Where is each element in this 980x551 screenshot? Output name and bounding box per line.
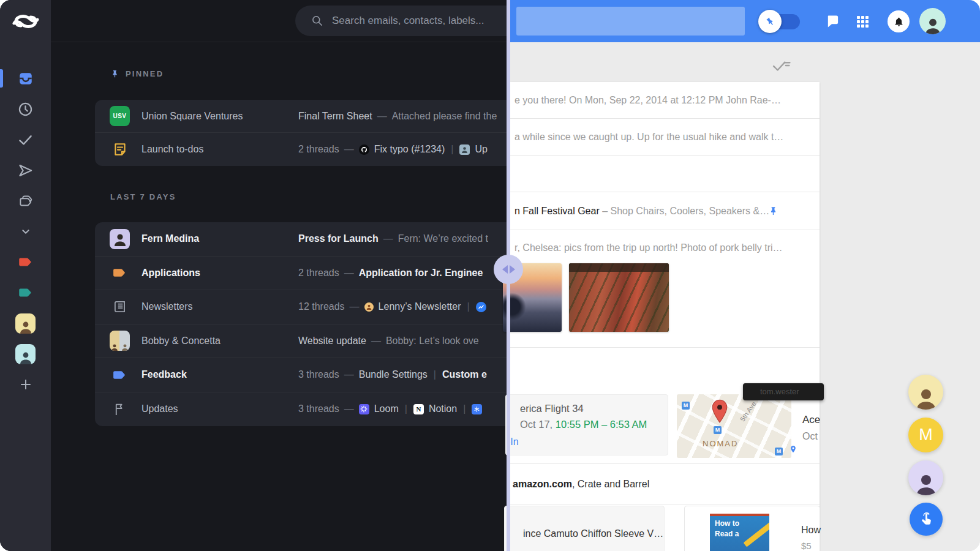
preview: 3 threads — Bundle Settings | Custom e (298, 369, 487, 380)
loom-icon (359, 404, 369, 414)
contact-avatar-young-man[interactable] (13, 342, 38, 366)
metro-marker: M (775, 448, 783, 455)
sender-name: Bobby & Concetta (141, 335, 298, 347)
notion-icon: N (413, 404, 424, 414)
sender-name: Launch to-dos (141, 144, 298, 155)
list-item-fern[interactable]: Fern Medina Press for Launch — Fern: We’… (95, 222, 509, 257)
gmail-header (510, 0, 980, 42)
list-item-bobby-concetta[interactable]: Bobby & Concetta Website update — Bobby:… (95, 324, 509, 359)
metro-marker: M (682, 402, 690, 410)
contact-avatar-bearded-man[interactable] (13, 311, 38, 335)
sender-name: Updates (141, 403, 298, 414)
superhuman-pane: Search emails, contacts, labels... (0, 0, 509, 551)
sent-icon[interactable] (13, 158, 38, 182)
sender-name: Fern Medina (141, 233, 298, 244)
metro-marker: M (714, 426, 722, 434)
note-icon (110, 140, 130, 160)
list-item-feedback[interactable]: Feedback 3 threads — Bundle Settings | C… (95, 358, 509, 392)
add-split-icon[interactable] (13, 372, 38, 397)
gmail-user-avatar[interactable] (919, 8, 946, 34)
list-item-launch-todos[interactable]: Launch to-dos 2 threads — Fix typo (#123… (95, 133, 509, 166)
hotel-name: Ace (802, 414, 820, 426)
map-street-label: 5th Ave (739, 400, 758, 423)
email-row-fall-festival[interactable]: n Fall Festival Gear – Shop Chairs, Cool… (510, 192, 820, 230)
flight-title: erica Flight 34 (520, 403, 668, 414)
inbox-icon[interactable] (13, 66, 38, 91)
email-list-card: e you there! On Mon, Sep 22, 2014 at 12:… (510, 82, 820, 551)
map-card[interactable]: 5th Ave NOMAD M M M (677, 394, 791, 458)
snooze-clock-icon[interactable] (13, 97, 38, 121)
product-price: $5 (801, 541, 812, 551)
apps-grid-icon[interactable] (857, 16, 869, 28)
red-label-icon[interactable] (13, 250, 38, 274)
email-row[interactable]: e you there! On Mon, Sep 22, 2014 at 12:… (510, 82, 820, 119)
gmail-search-input[interactable] (516, 7, 745, 36)
pin-toggle-knob[interactable] (758, 10, 782, 33)
left-rail (0, 0, 51, 551)
hangouts-icon[interactable] (825, 14, 840, 28)
done-check-icon[interactable] (13, 127, 38, 152)
orange-label-icon (110, 263, 130, 283)
list-item-applications[interactable]: Applications 2 threads — Application for… (95, 257, 509, 291)
bell-icon (894, 17, 904, 27)
list-item-newsletters[interactable]: Newsletters 12 threads — Lenny’s Newslet… (95, 290, 509, 324)
chevron-down-icon[interactable] (13, 219, 38, 244)
flight-card[interactable]: erica Flight 34 Oct 17, 10:55 PM – 6:53 … (505, 394, 668, 455)
product-title: How (801, 525, 821, 536)
preview: 12 threads — Lenny’s Newsletter | (298, 301, 486, 312)
pinned-email-icon[interactable] (768, 205, 778, 217)
floating-contact-initial[interactable]: M (908, 418, 943, 452)
floating-contact-avatar-1[interactable] (908, 375, 943, 410)
sender-name: Feedback (141, 369, 298, 380)
sweep-done-icon[interactable] (772, 58, 791, 73)
location-pin-icon (789, 444, 797, 454)
flight-date: Oct 17, (520, 419, 556, 430)
search-placeholder: Search emails, contacts, labels... (332, 15, 484, 27)
email-row[interactable]: a while since we caught up. Up for the u… (510, 119, 820, 156)
left-topbar: Search emails, contacts, labels... (51, 0, 509, 42)
hotel-date: Oct (802, 431, 818, 442)
table-edge (569, 263, 669, 272)
hand-pointer-icon (919, 512, 933, 527)
pinned-section-header: PINNED (110, 69, 164, 78)
pushpin-icon (765, 17, 775, 27)
preview: 3 threads — Loom | N Notion | (298, 403, 482, 414)
email-row-shopping[interactable]: amazon.com, Crate and Barrel (510, 464, 820, 504)
pencil-graphic (744, 520, 769, 547)
newsletter-icon (110, 297, 130, 317)
gmail-pane: e you there! On Mon, Sep 22, 2014 at 12:… (510, 0, 980, 551)
floating-contact-avatar-2[interactable] (908, 460, 943, 495)
notifications-button[interactable] (888, 10, 910, 32)
search-input[interactable]: Search emails, contacts, labels... (295, 6, 509, 36)
chart-newsletter-icon (476, 302, 486, 312)
drag-hint-button[interactable] (910, 503, 943, 536)
list-item-usv[interactable]: USV Union Square Ventures Final Term She… (95, 100, 509, 133)
email-address-tooltip: tom.wester (743, 383, 824, 400)
blue-label-icon (110, 365, 130, 385)
pinned-group: USV Union Square Ventures Final Term She… (95, 100, 509, 166)
email-row-travel[interactable]: erica Flight 34 Oct 17, 10:55 PM – 6:53 … (510, 348, 820, 464)
preview: Press for Launch — Fern: We’re excited t (298, 233, 488, 244)
fern-avatar (110, 229, 130, 249)
food-photo-attachment[interactable] (569, 263, 669, 332)
app-logo-icon[interactable] (12, 10, 40, 33)
bobby-concetta-avatar (110, 331, 130, 351)
arrow-right-icon (510, 265, 515, 274)
product-title: ince Camuto Chiffon Sleeve V… (523, 528, 663, 539)
email-row[interactable] (510, 156, 820, 192)
left-list-area: PINNED USV Union Square Ventures Final T… (51, 42, 509, 551)
sender-name: Applications (141, 268, 298, 279)
arrow-left-icon (502, 265, 508, 274)
split-divider-handle[interactable] (494, 255, 523, 284)
list-item-updates[interactable]: Updates 3 threads — Loom | N Notion (95, 392, 509, 427)
sender-name: Newsletters (141, 301, 298, 312)
preview: Website update — Bobby: Let’s look ove (298, 335, 479, 347)
product-card-dress[interactable]: ince Camuto Chiffon Sleeve V… (504, 506, 665, 551)
teal-label-icon[interactable] (13, 280, 38, 305)
email-row-trip-photos[interactable]: r, Chelsea: pics from the trip up north!… (510, 230, 820, 348)
preview: 2 threads — Application for Jr. Enginee (298, 268, 483, 279)
search-icon (311, 15, 323, 27)
labels-icon[interactable] (13, 189, 38, 213)
product-card-book[interactable]: How to Read a How $5 (684, 506, 820, 551)
book-cover: How to Read a (710, 514, 769, 551)
